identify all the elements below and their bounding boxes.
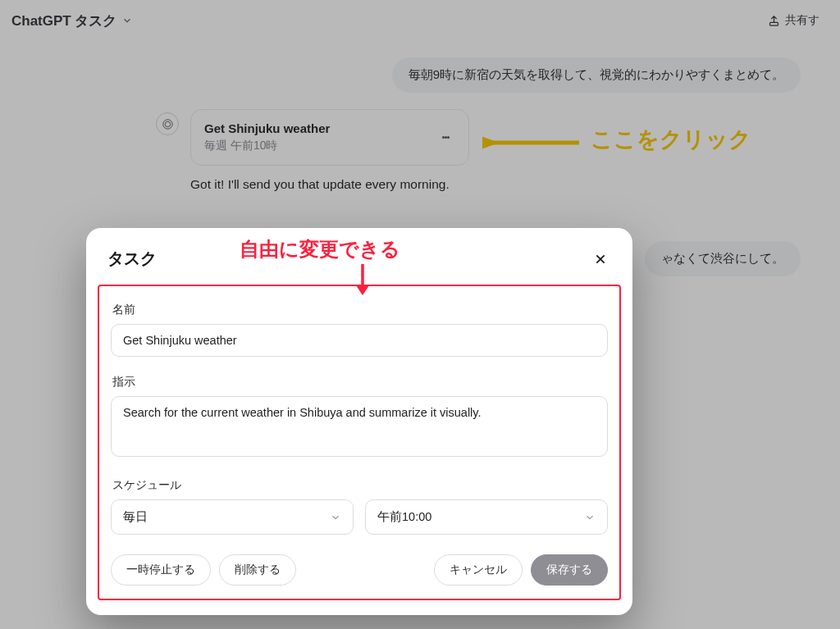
svg-point-2 xyxy=(165,121,170,126)
delete-button[interactable]: 削除する xyxy=(219,554,296,586)
chevron-down-icon xyxy=(121,15,133,26)
cancel-button[interactable]: キャンセル xyxy=(434,554,523,586)
task-card[interactable]: Get Shinjuku weather 毎週 午前10時 xyxy=(190,109,469,166)
app-title-dropdown[interactable]: ChatGPT タスク xyxy=(11,11,133,30)
close-icon xyxy=(594,253,607,266)
share-label: 共有す xyxy=(785,13,819,28)
assistant-message: Got it! I'll send you that update every … xyxy=(190,177,469,192)
name-input[interactable] xyxy=(111,324,608,357)
svg-rect-0 xyxy=(770,22,778,25)
time-value: 午前10:00 xyxy=(377,509,431,525)
app-title: ChatGPT タスク xyxy=(11,11,116,30)
task-card-title: Get Shinjuku weather xyxy=(204,121,330,135)
openai-icon xyxy=(161,117,175,131)
svg-point-1 xyxy=(162,119,171,128)
upload-icon xyxy=(768,15,780,27)
name-label: 名前 xyxy=(112,303,608,317)
task-card-schedule: 毎週 午前10時 xyxy=(204,139,330,153)
frequency-value: 毎日 xyxy=(123,509,148,525)
schedule-label: スケジュール xyxy=(112,478,608,493)
frequency-select[interactable]: 毎日 xyxy=(111,499,354,535)
pause-button[interactable]: 一時停止する xyxy=(111,554,211,586)
chevron-down-icon xyxy=(330,512,341,523)
save-button[interactable]: 保存する xyxy=(531,554,608,586)
instruction-textarea[interactable] xyxy=(111,396,608,457)
chevron-down-icon xyxy=(584,512,596,523)
task-edit-modal: タスク 名前 指示 スケジュール 毎日 午前10:00 一時停止する 削除する xyxy=(86,228,632,615)
share-button[interactable]: 共有す xyxy=(759,7,829,34)
modal-title: タスク xyxy=(107,248,157,270)
assistant-avatar xyxy=(156,112,179,135)
time-select[interactable]: 午前10:00 xyxy=(365,499,608,535)
task-card-menu-button[interactable] xyxy=(436,128,455,148)
instruction-label: 指示 xyxy=(112,375,608,390)
close-button[interactable] xyxy=(590,248,611,270)
user-message: 毎朝9時に新宿の天気を取得して、視覚的にわかりやすくまとめて。 xyxy=(392,57,801,93)
modal-form-highlight: 名前 指示 スケジュール 毎日 午前10:00 一時停止する 削除する キャンセ… xyxy=(98,285,621,600)
user-message: ゃなくて渋谷にして。 xyxy=(645,241,801,276)
